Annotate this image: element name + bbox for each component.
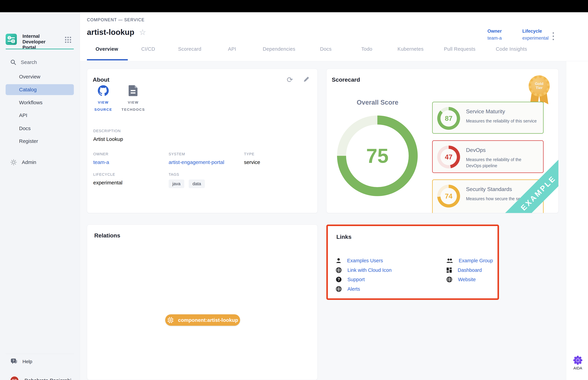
view-techdocs-link[interactable]: VIEW TECHDOCS [119, 85, 148, 113]
brand-divider [6, 49, 74, 49]
metric-card-service-maturity[interactable]: 87 Service Maturity Measures the reliabi… [432, 102, 544, 134]
header-owner: Owner team-a [487, 29, 502, 41]
aida-label: AIDA [570, 366, 585, 370]
user-name: Debabrata Panigrahi [24, 378, 71, 380]
globe-icon [446, 276, 452, 283]
sidebar-item-admin[interactable]: Admin [10, 159, 36, 166]
overall-score-value: 75 [366, 144, 388, 167]
overall-score-label: Overall Score [352, 99, 403, 106]
admin-label: Admin [22, 159, 36, 165]
metric-title: DevOps [466, 147, 486, 153]
aida-assistant[interactable]: AIDA [570, 356, 585, 370]
lifecycle-value: experimental [522, 36, 549, 41]
scorecard-title: Scorecard [332, 76, 360, 83]
service-maturity-ring: 87 [437, 107, 460, 130]
tab-code-insights[interactable]: Code Insights [496, 46, 527, 52]
breadcrumb: COMPONENT — SERVICE [87, 17, 145, 22]
scroll-gutter[interactable] [566, 61, 588, 380]
help-button[interactable]: ? Help [11, 358, 32, 365]
dashboard-icon [446, 267, 452, 273]
question-icon: ? [336, 276, 342, 283]
about-title: About [93, 76, 109, 83]
apps-grid-icon[interactable] [65, 37, 72, 43]
owner-label: Owner [487, 29, 502, 34]
tab-cicd[interactable]: CI/CD [141, 46, 155, 52]
tag-chip[interactable]: java [169, 179, 184, 188]
gear-icon [10, 159, 17, 166]
relations-title: Relations [94, 232, 120, 239]
scorecard-card: Scorecard Gold Tier Overall Score 75 87 … [326, 69, 559, 213]
tab-pull-requests[interactable]: Pull Requests [444, 46, 475, 52]
globe-icon [336, 267, 342, 273]
svg-text:?: ? [13, 359, 15, 362]
relations-node-component[interactable]: component:artist-lookup [165, 314, 240, 326]
refresh-icon[interactable]: ⟳ [287, 76, 293, 83]
sidebar-item-overview[interactable]: Overview [6, 71, 74, 82]
sidebar-item-register[interactable]: Register [6, 136, 74, 147]
techdocs-icon [128, 85, 138, 96]
link-website[interactable]: Website [446, 276, 476, 283]
link-dashboard[interactable]: Dashboard [446, 267, 482, 273]
link-support[interactable]: ? Support [336, 276, 365, 283]
system-field-value[interactable]: artist-engagement-portal [169, 159, 224, 165]
type-field-value: service [244, 159, 260, 165]
devops-ring: 47 [437, 146, 460, 168]
tab-kubernetes[interactable]: Kubernetes [398, 46, 423, 52]
favorite-star-icon[interactable]: ☆ [139, 28, 146, 37]
help-label: Help [22, 359, 32, 364]
sidebar-item-docs[interactable]: Docs [6, 123, 74, 134]
sidebar-item-workflows[interactable]: Workflows [6, 97, 74, 108]
security-standards-ring: 74 [437, 185, 460, 208]
tab-scorecard[interactable]: Scorecard [178, 46, 201, 52]
github-icon [98, 85, 109, 96]
sidebar-item-api[interactable]: API [6, 110, 74, 121]
tab-api[interactable]: API [228, 46, 236, 52]
gold-tier-badge: Gold Tier [529, 74, 550, 103]
user-menu[interactable]: DP Debabrata Panigrahi [10, 376, 71, 380]
system-field-label: SYSTEM [169, 152, 224, 156]
person-icon [336, 258, 341, 264]
edit-icon[interactable] [303, 76, 310, 83]
aida-flower-icon [573, 356, 583, 365]
sidebar-item-catalog[interactable]: Catalog [6, 84, 74, 95]
more-menu-icon[interactable] [553, 32, 554, 40]
link-cloud[interactable]: Link with Cloud Icon [336, 267, 392, 273]
lifecycle-field-value: experimental [93, 180, 122, 186]
portal-logo[interactable] [6, 34, 17, 45]
owner-value[interactable]: team-a [487, 36, 502, 41]
tab-dependencies[interactable]: Dependencies [263, 46, 295, 52]
sidebar: Internal Developer Portal Search Overvie… [0, 12, 80, 380]
link-examples-users[interactable]: Examples Users [336, 258, 383, 264]
lifecycle-label: Lifecycle [522, 29, 549, 34]
tab-todo[interactable]: Todo [361, 46, 372, 52]
chip-icon [167, 317, 174, 323]
search-label: Search [21, 59, 37, 65]
group-icon [446, 258, 453, 264]
links-title: Links [336, 233, 352, 240]
example-ribbon: EXAMPLE [487, 142, 558, 213]
owner-field-label: OWNER [93, 152, 109, 156]
active-tab-underline [87, 59, 128, 60]
portal-title: Internal Developer Portal [22, 33, 60, 50]
svg-text:?: ? [338, 277, 340, 282]
sidebar-search[interactable]: Search [10, 59, 37, 66]
view-source-link[interactable]: VIEW SOURCE [89, 85, 118, 113]
link-alerts[interactable]: Alerts [336, 286, 360, 292]
owner-field-value[interactable]: team-a [93, 159, 109, 165]
tab-docs[interactable]: Docs [320, 46, 332, 52]
page-title: artist-lookup ☆ [87, 28, 146, 37]
type-field-label: TYPE [244, 152, 260, 156]
links-card: Links Examples Users Link with Cloud Ico… [326, 225, 499, 300]
about-card: About ⟳ VIEW SOURCE VIEW [87, 69, 318, 213]
description-value: Artist Lookup [93, 136, 123, 142]
link-example-group[interactable]: Example Group [446, 258, 493, 264]
lifecycle-field-label: LIFECYCLE [93, 172, 122, 177]
tag-chip[interactable]: data [189, 179, 205, 188]
globe-icon [336, 286, 342, 292]
avatar: DP [10, 376, 19, 380]
search-icon [10, 59, 16, 65]
metric-title: Service Maturity [466, 108, 505, 115]
entity-header: COMPONENT — SERVICE artist-lookup ☆ Owne… [80, 12, 588, 61]
header-lifecycle: Lifecycle experimental [522, 29, 549, 41]
tab-overview[interactable]: Overview [96, 46, 118, 52]
